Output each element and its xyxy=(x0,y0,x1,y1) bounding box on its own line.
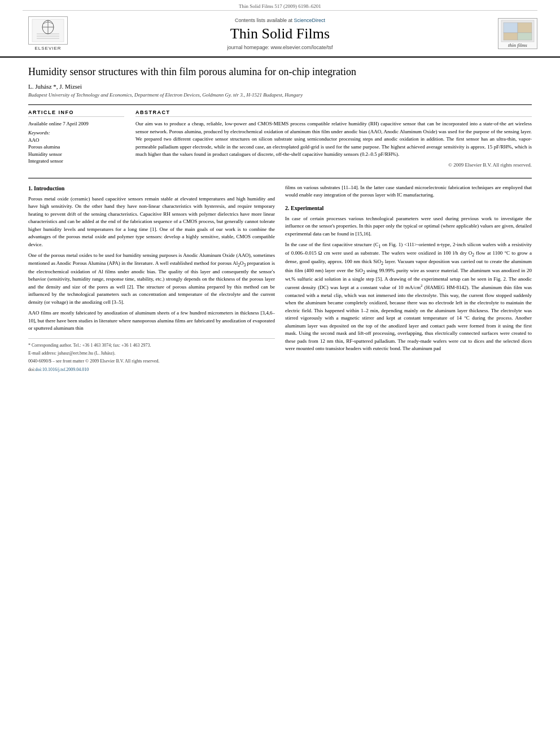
right-intro-end: films on various substrates [11–14]. In … xyxy=(285,184,532,199)
article-content: Humidity sensor structures with thin fil… xyxy=(0,58,560,380)
main-columns: 1. Introduction Porous metal oxide (cera… xyxy=(28,178,532,374)
tsf-logo-text: thin films xyxy=(508,42,527,48)
intro-title: 1. Introduction xyxy=(28,184,275,193)
page: Thin Solid Films 517 (2009) 6198–6201 xyxy=(0,0,560,747)
elsevier-logo-box xyxy=(28,16,68,45)
copyright: © 2009 Elsevier B.V. All rights reserved… xyxy=(135,162,532,168)
abstract-text: Our aim was to produce a cheap, reliable… xyxy=(135,120,532,159)
journal-logo-area: thin films xyxy=(487,18,537,49)
sciencedirect-link[interactable]: ScienceDirect xyxy=(294,18,326,23)
authors: L. Juhász *, J. Mizsei xyxy=(28,83,532,90)
elsevier-logo: ELSEVIER xyxy=(23,16,73,51)
keyword-4: Integrated sensor xyxy=(28,158,124,165)
article-info: ARTICLE INFO Available online 7 April 20… xyxy=(28,110,124,170)
intro-para-2: One of the porous metal oxides to be use… xyxy=(28,252,275,306)
sciencedirect-line: Contents lists available at ScienceDirec… xyxy=(73,18,487,23)
abstract-label: ABSTRACT xyxy=(135,110,532,117)
article-info-abstract: ARTICLE INFO Available online 7 April 20… xyxy=(28,104,532,170)
keyword-2: Porous alumina xyxy=(28,143,124,151)
journal-citation: Thin Solid Films 517 (2009) 6198–6201 xyxy=(239,3,321,9)
intro-para-1: Porous metal oxide (ceramic) based capac… xyxy=(28,195,275,249)
svg-rect-9 xyxy=(518,23,532,33)
abstract-section: ABSTRACT Our aim was to produce a cheap,… xyxy=(135,110,532,170)
svg-rect-10 xyxy=(504,33,518,40)
svg-rect-11 xyxy=(518,33,532,40)
experimental-title: 2. Experimental xyxy=(285,204,532,212)
footnote-corresponding: * Corresponding author. Tel.: +36 1 463 … xyxy=(28,342,275,348)
available-online: Available online 7 April 2009 xyxy=(28,120,124,128)
elsevier-logo-area: ELSEVIER xyxy=(23,16,73,51)
elsevier-text: ELSEVIER xyxy=(34,46,61,51)
svg-rect-8 xyxy=(504,23,518,33)
article-title: Humidity sensor structures with thin fil… xyxy=(28,65,532,78)
keywords-section: Keywords: AAO Porous alumina Humidity se… xyxy=(28,129,124,165)
affiliation: Budapest University of Technology and Ec… xyxy=(28,92,532,98)
col-right: films on various substrates [11–14]. In … xyxy=(285,184,532,374)
article-info-label: ARTICLE INFO xyxy=(28,110,124,117)
col-left: 1. Introduction Porous metal oxide (cera… xyxy=(28,184,275,374)
journal-header-center: Contents lists available at ScienceDirec… xyxy=(73,18,487,50)
experimental-para-2: In the case of the first capacitive stru… xyxy=(285,241,532,352)
footnote-doi: doi:doi:10.1016/j.tsf.2009.04.010 xyxy=(28,366,275,373)
keywords-label: Keywords: xyxy=(28,129,124,137)
footnotes: * Corresponding author. Tel.: +36 1 463 … xyxy=(28,338,275,373)
keyword-3: Humidity sensor xyxy=(28,151,124,158)
intro-para-3: AAO films are mostly fabricated by anodi… xyxy=(28,309,275,333)
journal-citation-bar: Thin Solid Films 517 (2009) 6198–6201 xyxy=(23,0,537,11)
journal-title-main: Thin Solid Films xyxy=(73,25,487,42)
footnote-email: E-mail address: juhasz@eet.bme.hu (L. Ju… xyxy=(28,350,275,356)
tsf-logo-box: thin films xyxy=(498,18,537,49)
footnote-footer: 0040-6090/$ – see front matter © 2009 El… xyxy=(28,358,275,364)
journal-homepage: journal homepage: www.elsevier.com/locat… xyxy=(73,45,487,50)
experimental-para-1: In case of certain processes various tec… xyxy=(285,215,532,238)
doi-link[interactable]: doi:10.1016/j.tsf.2009.04.010 xyxy=(35,367,89,372)
journal-header: ELSEVIER Contents lists available at Sci… xyxy=(0,11,560,58)
keyword-1: AAO xyxy=(28,137,124,144)
